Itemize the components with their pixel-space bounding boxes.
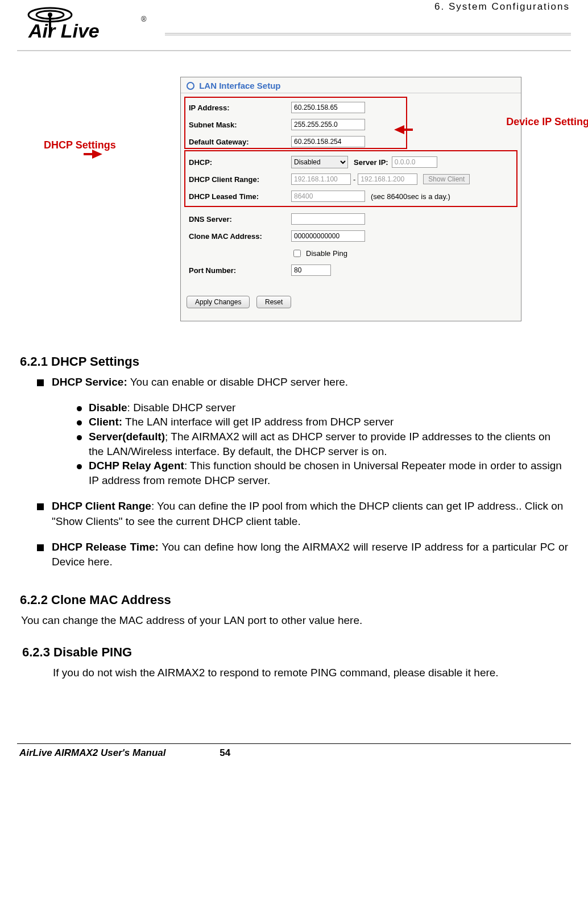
arrow-dhcp (92, 150, 102, 159)
bullet-icon (77, 406, 82, 411)
heading-621: 6.2.1 DHCP Settings (20, 354, 568, 369)
label-clone: Clone MAC Address: (189, 232, 291, 241)
square-bullet-icon (37, 544, 44, 551)
svg-point-3 (48, 13, 52, 17)
page-header: Air Live ® 6. System Configurations (17, 0, 571, 51)
callout-ip: Device IP Settings (506, 116, 588, 129)
label-port: Port Number: (189, 266, 291, 275)
text-622: You can change the MAC address of your L… (21, 613, 568, 629)
svg-text:®: ® (141, 15, 147, 23)
device-ip-highlight (184, 97, 407, 149)
clone-mac-input[interactable] (291, 230, 365, 242)
bullet-icon (77, 420, 82, 425)
page-number: 54 (220, 747, 230, 759)
text-623: If you do not wish the AIRMAX2 to respon… (53, 665, 568, 681)
lan-setup-figure: DHCP Settings LAN Interface Setup Device… (112, 77, 476, 327)
chapter-label: 6. System Configurations (434, 1, 570, 13)
gear-icon (187, 82, 194, 90)
airlive-logo: Air Live ® (22, 3, 152, 46)
header-divider (165, 33, 571, 35)
page-footer: AirLive AIRMAX2 User's Manual 54 (17, 743, 571, 770)
footer-manual-title: AirLive AIRMAX2 User's Manual (19, 747, 166, 759)
bullet-icon (77, 435, 82, 440)
disable-ping-checkbox[interactable] (293, 250, 301, 257)
heading-623: 6.2.3 Disable PING (22, 645, 568, 660)
label-dns: DNS Server: (189, 215, 291, 224)
port-input[interactable] (291, 264, 331, 276)
heading-622: 6.2.2 Clone MAC Address (20, 593, 568, 607)
lan-interface-panel: LAN Interface Setup Device IP Settings I… (180, 77, 521, 321)
arrow-ip (394, 125, 404, 134)
apply-changes-button[interactable]: Apply Changes (187, 296, 250, 308)
svg-text:Air Live: Air Live (28, 20, 100, 42)
callout-dhcp: DHCP Settings (44, 139, 116, 152)
dns-input[interactable] (291, 213, 365, 225)
dhcp-highlight (184, 150, 517, 207)
reset-button[interactable]: Reset (256, 296, 291, 308)
square-bullet-icon (37, 503, 44, 510)
content-body: 6.2.1 DHCP Settings DHCP Service: You ca… (17, 327, 571, 681)
label-disable-ping: Disable Ping (306, 249, 347, 258)
panel-title: LAN Interface Setup (181, 77, 521, 93)
square-bullet-icon (37, 379, 44, 386)
bullet-icon (77, 464, 82, 469)
